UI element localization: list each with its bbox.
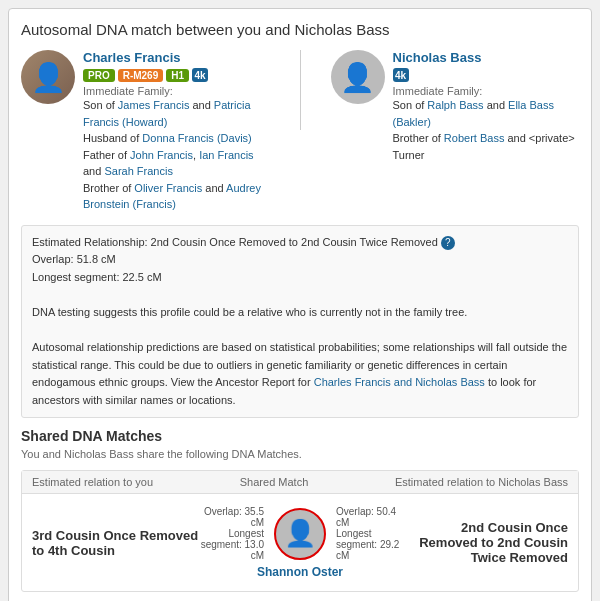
match-center-1: Overlap: 35.5 cM Longest segment: 13.0 c… bbox=[200, 506, 401, 579]
help-icon[interactable]: ? bbox=[441, 236, 455, 250]
match-overlap-row-1: Overlap: 35.5 cM Longest segment: 13.0 c… bbox=[200, 506, 401, 561]
longest-segment: Longest segment: 22.5 cM bbox=[32, 269, 568, 287]
badges-left: PRO R-M269 H1 4k bbox=[83, 68, 270, 82]
shared-matches-title: Shared DNA Matches bbox=[21, 428, 579, 444]
match-name-1[interactable]: Shannon Oster bbox=[257, 565, 343, 579]
badge-blue-right: 4k bbox=[393, 68, 409, 82]
family-label-right: Immediate Family: bbox=[393, 85, 580, 97]
overlap-info-left-1: Overlap: 35.5 cM Longest segment: 13.0 c… bbox=[200, 506, 265, 561]
badge-pro: PRO bbox=[83, 69, 115, 82]
ancestor-report-link[interactable]: Charles Francis and Nicholas Bass bbox=[314, 376, 485, 388]
family-label-left: Immediate Family: bbox=[83, 85, 270, 97]
link-john-francis[interactable]: John Francis bbox=[130, 149, 193, 161]
match-relation-right-1: 2nd Cousin Once Removed to 2nd Cousin Tw… bbox=[401, 520, 569, 565]
avatar-icon-right: 👤 bbox=[340, 61, 375, 94]
shared-avatar-icon-1: 👤 bbox=[284, 518, 316, 549]
overlap-info-right-1: Overlap: 50.4 cM Longest segment: 29.2 c… bbox=[336, 506, 401, 561]
profiles-row: 👤 Charles Francis PRO R-M269 H1 4k Immed… bbox=[21, 50, 579, 213]
note1: DNA testing suggests this profile could … bbox=[32, 304, 568, 322]
profile-info-left: Charles Francis PRO R-M269 H1 4k Immedia… bbox=[83, 50, 270, 213]
link-donna-francis[interactable]: Donna Francis (Davis) bbox=[142, 132, 251, 144]
badges-right: 4k bbox=[393, 68, 580, 82]
link-ralph-bass[interactable]: Ralph Bass bbox=[427, 99, 483, 111]
badge-blue-left: 4k bbox=[192, 68, 208, 82]
overlap-value: Overlap: 51.8 cM bbox=[32, 251, 568, 269]
link-oliver-francis[interactable]: Oliver Francis bbox=[134, 182, 202, 194]
match-card-1: Estimated relation to you Shared Match E… bbox=[21, 470, 579, 592]
page-title: Autosomal DNA match between you and Nich… bbox=[21, 21, 579, 38]
shared-matches-section: Shared DNA Matches You and Nicholas Bass… bbox=[21, 428, 579, 601]
profile-name-left[interactable]: Charles Francis bbox=[83, 50, 181, 65]
estimated-relationship: Estimated Relationship: 2nd Cousin Once … bbox=[32, 234, 568, 252]
avatar-right: 👤 bbox=[331, 50, 385, 104]
header-left-1: Estimated relation to you bbox=[32, 476, 153, 488]
match-card-header-1: Estimated relation to you Shared Match E… bbox=[22, 471, 578, 494]
note2: Autosomal relationship predictions are b… bbox=[32, 339, 568, 409]
avatar-img-left: 👤 bbox=[21, 50, 75, 104]
profile-right: 👤 Nicholas Bass 4k Immediate Family: Son… bbox=[331, 50, 580, 163]
badge-r-m269: R-M269 bbox=[118, 69, 164, 82]
match-relation-left-1: 3rd Cousin Once Removed to 4th Cousin bbox=[32, 528, 200, 558]
profile-left: 👤 Charles Francis PRO R-M269 H1 4k Immed… bbox=[21, 50, 270, 213]
family-text-left: Son of James Francis and Patricia Franci… bbox=[83, 97, 270, 213]
shared-avatar-1: 👤 bbox=[274, 508, 326, 560]
header-center-1: Shared Match bbox=[240, 476, 308, 488]
link-james-francis[interactable]: James Francis bbox=[118, 99, 190, 111]
profile-name-right[interactable]: Nicholas Bass bbox=[393, 50, 482, 65]
match-card-body-1: 3rd Cousin Once Removed to 4th Cousin Ov… bbox=[22, 494, 578, 591]
shared-matches-subtitle: You and Nicholas Bass share the followin… bbox=[21, 448, 579, 460]
link-robert-bass[interactable]: Robert Bass bbox=[444, 132, 505, 144]
link-ian-francis[interactable]: Ian Francis bbox=[199, 149, 253, 161]
family-text-right: Son of Ralph Bass and Ella Bass (Bakler)… bbox=[393, 97, 580, 163]
info-box: Estimated Relationship: 2nd Cousin Once … bbox=[21, 225, 579, 419]
profiles-divider bbox=[300, 50, 301, 130]
profile-info-right: Nicholas Bass 4k Immediate Family: Son o… bbox=[393, 50, 580, 163]
header-right-1: Estimated relation to Nicholas Bass bbox=[395, 476, 568, 488]
avatar-left: 👤 bbox=[21, 50, 75, 104]
link-sarah-francis[interactable]: Sarah Francis bbox=[104, 165, 172, 177]
main-container: Autosomal DNA match between you and Nich… bbox=[8, 8, 592, 601]
badge-h1: H1 bbox=[166, 69, 189, 82]
